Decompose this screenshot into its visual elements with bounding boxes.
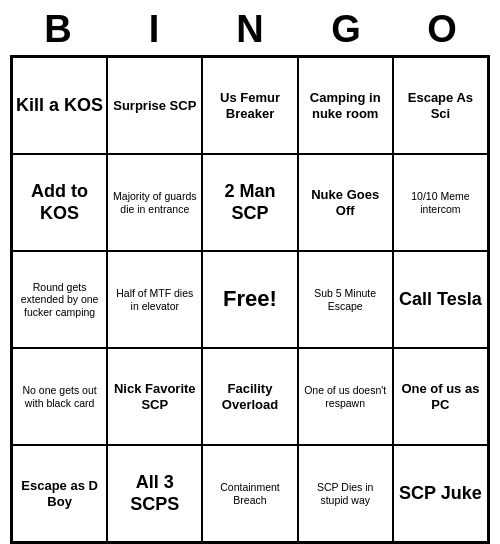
bingo-grid: Kill a KOSSurprise SCPUs Femur BreakerCa… (10, 55, 490, 544)
bingo-cell: 2 Man SCP (202, 154, 297, 251)
bingo-letter: G (322, 8, 370, 51)
bingo-cell: Escape As Sci (393, 57, 488, 154)
bingo-title: BINGO (10, 0, 490, 55)
bingo-cell: Nick Favorite SCP (107, 348, 202, 445)
bingo-cell-text: Surprise SCP (113, 98, 196, 114)
bingo-cell-text: SCP Dies in stupid way (302, 481, 389, 506)
bingo-cell: One of us as PC (393, 348, 488, 445)
bingo-cell-text: Camping in nuke room (302, 90, 389, 121)
bingo-cell-text: Call Tesla (399, 289, 482, 311)
bingo-cell: Facility Overload (202, 348, 297, 445)
bingo-letter: I (130, 8, 178, 51)
bingo-cell: 10/10 Meme intercom (393, 154, 488, 251)
bingo-cell: No one gets out with black card (12, 348, 107, 445)
bingo-cell: Camping in nuke room (298, 57, 393, 154)
bingo-letter: N (226, 8, 274, 51)
bingo-letter: O (418, 8, 466, 51)
bingo-cell-text: All 3 SCPS (111, 472, 198, 515)
bingo-cell-text: Kill a KOS (16, 95, 103, 117)
bingo-cell: Free! (202, 251, 297, 348)
bingo-cell-text: Nuke Goes Off (302, 187, 389, 218)
bingo-cell-text: Free! (223, 286, 277, 312)
bingo-cell-text: Containment Breach (206, 481, 293, 506)
bingo-cell: Add to KOS (12, 154, 107, 251)
bingo-cell: SCP Dies in stupid way (298, 445, 393, 542)
bingo-cell-text: 10/10 Meme intercom (397, 190, 484, 215)
bingo-cell-text: 2 Man SCP (206, 181, 293, 224)
bingo-cell-text: Escape as D Boy (16, 478, 103, 509)
bingo-cell-text: No one gets out with black card (16, 384, 103, 409)
bingo-cell-text: Us Femur Breaker (206, 90, 293, 121)
bingo-cell-text: Facility Overload (206, 381, 293, 412)
bingo-cell: Majority of guards die in entrance (107, 154, 202, 251)
bingo-cell-text: One of us as PC (397, 381, 484, 412)
bingo-cell: Escape as D Boy (12, 445, 107, 542)
bingo-cell: Half of MTF dies in elevator (107, 251, 202, 348)
bingo-cell-text: Sub 5 Minute Escape (302, 287, 389, 312)
bingo-cell: Surprise SCP (107, 57, 202, 154)
bingo-cell: SCP Juke (393, 445, 488, 542)
bingo-cell-text: Nick Favorite SCP (111, 381, 198, 412)
bingo-cell-text: Majority of guards die in entrance (111, 190, 198, 215)
bingo-cell: Call Tesla (393, 251, 488, 348)
bingo-cell: Us Femur Breaker (202, 57, 297, 154)
bingo-cell: One of us doesn't respawn (298, 348, 393, 445)
bingo-letter: B (34, 8, 82, 51)
bingo-cell-text: Add to KOS (16, 181, 103, 224)
bingo-cell-text: Round gets extended by one fucker campin… (16, 281, 103, 319)
bingo-cell: Nuke Goes Off (298, 154, 393, 251)
bingo-cell-text: Escape As Sci (397, 90, 484, 121)
bingo-cell: All 3 SCPS (107, 445, 202, 542)
bingo-cell-text: Half of MTF dies in elevator (111, 287, 198, 312)
bingo-cell: Kill a KOS (12, 57, 107, 154)
bingo-cell: Containment Breach (202, 445, 297, 542)
bingo-cell: Sub 5 Minute Escape (298, 251, 393, 348)
bingo-cell: Round gets extended by one fucker campin… (12, 251, 107, 348)
bingo-cell-text: One of us doesn't respawn (302, 384, 389, 409)
bingo-cell-text: SCP Juke (399, 483, 482, 505)
